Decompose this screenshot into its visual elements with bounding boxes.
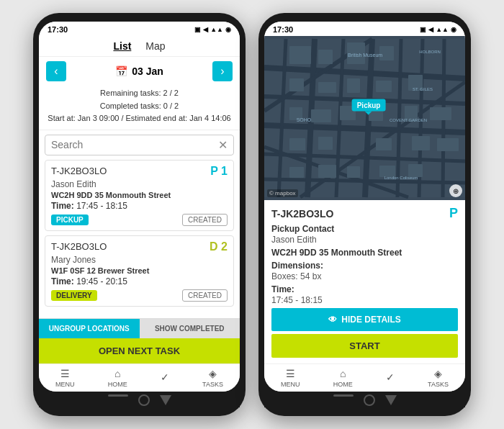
status-icons-2: ▣ ◀ ▲▲ ◉ — [420, 26, 456, 33]
home-bar-1 — [108, 394, 128, 397]
nav-tasks-2[interactable]: ◈ TASKS — [428, 368, 449, 388]
svg-text:HOLBORN: HOLBORN — [419, 50, 441, 54]
bottom-nav-2: ☰ MENU ⌂ HOME ✓ ◈ TASKS — [264, 363, 465, 392]
task-address-2: W1F 0SF 12 Brewer Street — [51, 266, 228, 275]
status-bar-1: 17:30 ▣ ◀ ▲▲ ◉ — [39, 22, 240, 36]
prev-date-button[interactable]: ‹ — [46, 61, 66, 81]
date-display: 📅 03 Jan — [115, 66, 163, 77]
detail-street: 35 Monmouth Street — [319, 248, 402, 258]
dimensions-label: Dimensions: — [271, 261, 458, 271]
svg-rect-23 — [376, 81, 392, 92]
nav-home-label-1: HOME — [108, 381, 127, 388]
nav-tasks-label-2: TASKS — [428, 381, 449, 388]
tab-list[interactable]: List — [113, 40, 131, 53]
task-footer-2: DELIVERY CREATED — [51, 289, 228, 302]
nav-menu-2[interactable]: ☰ MENU — [281, 368, 300, 388]
badge-created-2: CREATED — [182, 289, 228, 302]
nav-tasks-label-1: TASKS — [202, 381, 223, 388]
svg-rect-26 — [311, 109, 331, 122]
detail-postcode: WC2H 9DD — [271, 248, 317, 258]
calendar-icon: 📅 — [115, 66, 127, 77]
svg-text:ST. GILES: ST. GILES — [413, 87, 433, 91]
nav-home-label-2: HOME — [333, 381, 353, 388]
svg-text:COVENT GARDEN: COVENT GARDEN — [390, 118, 427, 122]
tab-map[interactable]: Map — [145, 40, 165, 53]
ungroup-button[interactable]: UNGROUP LOCATIONS — [39, 319, 140, 338]
tasks-icon-1: ◈ — [209, 368, 217, 379]
show-completed-button[interactable]: SHOW COMPLETED — [140, 319, 240, 338]
remaining-tasks: Remaining tasks: 2 / 2 — [45, 87, 234, 100]
screen-map: 17:30 ▣ ◀ ▲▲ ◉ — [264, 22, 465, 392]
task-address-1: WC2H 9DD 35 Monmouth Street — [51, 191, 228, 199]
search-input[interactable] — [51, 139, 218, 150]
time-value: 17:45 - 18:15 — [271, 295, 458, 305]
time-label-1: Time: — [51, 201, 74, 211]
nav-menu-1[interactable]: ☰ MENU — [55, 368, 75, 388]
nav-tasks-1[interactable]: ◈ TASKS — [202, 368, 223, 388]
svg-rect-30 — [430, 107, 451, 120]
task-time-2: Time: 19:45 - 20:15 — [51, 276, 228, 286]
task-header-2: T-JK2BO3LO D 2 — [51, 240, 228, 253]
svg-rect-22 — [347, 78, 360, 93]
home-bar-2 — [333, 394, 354, 397]
time-label: Time: — [271, 284, 458, 294]
task-card-1[interactable]: T-JK2BO3LO P 1 Jason Edith WC2H 9DD 35 M… — [45, 160, 234, 231]
start-end-time: Start at: Jan 3 09:00 / Estimated end at… — [45, 112, 234, 125]
nav-home-1[interactable]: ⌂ HOME — [108, 368, 127, 388]
task-footer-1: PICKUP CREATED — [51, 214, 228, 226]
phone-list: 17:30 ▣ ◀ ▲▲ ◉ List Map ‹ 📅 03 Jan — [33, 13, 246, 416]
task-postcode-1: WC2H 9DD — [51, 191, 92, 199]
date-row: ‹ 📅 03 Jan › — [39, 57, 240, 86]
next-date-button[interactable]: › — [212, 61, 233, 81]
home-icon-2: ⌂ — [340, 368, 346, 379]
nav-check-2[interactable]: ✓ — [386, 371, 395, 384]
nav-home-2[interactable]: ⌂ HOME — [333, 368, 353, 388]
current-date: 03 Jan — [132, 66, 163, 77]
bottom-nav-1: ☰ MENU ⌂ HOME ✓ ◈ TASKS — [39, 363, 240, 392]
menu-icon-2: ☰ — [286, 368, 295, 379]
start-button[interactable]: START — [271, 334, 458, 358]
task-time-1: Time: 17:45 - 18:15 — [51, 201, 228, 211]
svg-rect-36 — [289, 167, 304, 178]
tasks-icon-2: ◈ — [434, 368, 442, 379]
hide-details-label: HIDE DETAILS — [341, 315, 400, 325]
svg-rect-38 — [347, 166, 360, 178]
task-priority-2: D 2 — [210, 240, 228, 253]
open-next-task-button[interactable]: OPEN NEXT TASK — [39, 338, 240, 363]
home-icon-1: ⌂ — [114, 368, 120, 379]
status-time-2: 17:30 — [273, 25, 293, 34]
home-tri-2 — [385, 395, 397, 405]
status-bar-2: 17:30 ▣ ◀ ▲▲ ◉ — [264, 22, 465, 36]
clear-search-icon[interactable]: ✕ — [218, 138, 228, 152]
phone-map: 17:30 ▣ ◀ ▲▲ ◉ — [258, 13, 471, 416]
eye-icon: 👁 — [328, 315, 337, 325]
home-circle-2 — [364, 394, 375, 406]
badge-pickup-1: PICKUP — [51, 214, 89, 225]
task-street-2: 12 Brewer Street — [87, 266, 150, 275]
badge-delivery-2: DELIVERY — [51, 290, 97, 301]
svg-rect-16 — [289, 46, 311, 64]
action-row: UNGROUP LOCATIONS SHOW COMPLETED — [39, 318, 240, 338]
svg-rect-37 — [318, 165, 336, 178]
map-area[interactable]: British Museum HOLBORN ST. GILES SOHO CO… — [264, 36, 465, 200]
search-bar[interactable]: ✕ — [45, 135, 234, 155]
task-name-1: Jason Edith — [51, 179, 228, 189]
time-value-1: 17:45 - 18:15 — [76, 201, 127, 211]
task-postcode-2: W1F 0SF — [51, 266, 84, 275]
time-label-2: Time: — [51, 276, 74, 286]
nav-menu-label-2: MENU — [281, 381, 300, 388]
detail-task-id: T-JK2BO3LO — [271, 208, 333, 220]
pickup-pin[interactable]: Pickup — [352, 99, 386, 111]
hide-details-button[interactable]: 👁 HIDE DETAILS — [271, 308, 458, 331]
nav-check-1[interactable]: ✓ — [161, 371, 169, 384]
mapbox-logo: © mapbox — [267, 189, 298, 197]
task-card-2[interactable]: T-JK2BO3LO D 2 Mary Jones W1F 0SF 12 Bre… — [45, 235, 234, 307]
detail-address: WC2H 9DD 35 Monmouth Street — [271, 248, 458, 258]
task-info: Remaining tasks: 2 / 2 Completed tasks: … — [39, 86, 240, 130]
svg-rect-20 — [289, 78, 304, 91]
compass-icon[interactable]: ⊕ — [449, 184, 462, 197]
task-id-1: T-JK2BO3LO — [51, 166, 107, 176]
svg-rect-32 — [318, 137, 333, 150]
nav-menu-label-1: MENU — [55, 381, 75, 388]
svg-rect-17 — [318, 50, 333, 64]
